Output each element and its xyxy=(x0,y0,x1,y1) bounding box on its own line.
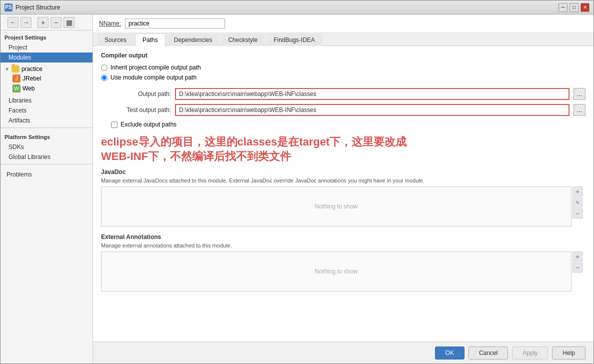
sidebar-item-modules[interactable]: Modules xyxy=(0,52,92,62)
folder-icon xyxy=(12,66,20,72)
sidebar-item-problems[interactable]: Problems xyxy=(4,170,88,180)
javadoc-remove-button[interactable]: − xyxy=(572,208,582,218)
main-content: ← → + − ▦ Project Settings Project Modul… xyxy=(0,14,594,364)
add-module-button[interactable]: + xyxy=(38,17,48,28)
sidebar-divider xyxy=(0,128,92,128)
sidebar-item-sdks[interactable]: SDKs xyxy=(0,142,92,152)
nav-arrows: ← → xyxy=(4,15,36,30)
sidebar-toolbar: ← → + − ▦ xyxy=(0,14,92,30)
radio-row-inherit: Inherit project compile output path xyxy=(101,64,586,71)
name-row: NName: xyxy=(93,14,594,33)
forward-button[interactable]: → xyxy=(20,17,32,28)
name-input[interactable] xyxy=(125,18,225,28)
test-output-path-input[interactable] xyxy=(175,104,570,116)
maximize-button[interactable]: □ xyxy=(570,3,578,12)
javadoc-list-panel: Nothing to show xyxy=(101,186,572,226)
sidebar-nav: Project Settings Project Modules ▼ pract… xyxy=(0,30,92,364)
output-path-label: Output path: xyxy=(111,90,171,98)
javadoc-desc: Manage external JavaDocs attached to thi… xyxy=(101,178,586,184)
sidebar-item-facets[interactable]: Facets xyxy=(0,106,92,116)
apply-button[interactable]: Apply xyxy=(512,346,548,360)
javadoc-add-button[interactable]: + xyxy=(572,186,582,196)
ext-annotations-add-button[interactable]: + xyxy=(572,252,582,262)
main-panel: NName: Sources Paths Dependencies Checks… xyxy=(93,14,594,364)
close-button[interactable]: ✕ xyxy=(580,3,590,12)
ext-annotations-side-buttons: + − xyxy=(572,252,582,272)
ok-button[interactable]: OK xyxy=(435,346,464,360)
name-label: NName: xyxy=(99,20,121,27)
compiler-output-title: Compiler output xyxy=(101,52,586,59)
output-path-input[interactable] xyxy=(175,88,570,100)
radio-row-module: Use module compile output path xyxy=(101,74,586,81)
output-path-row: Output path: … xyxy=(111,88,586,100)
module-child-web[interactable]: W Web xyxy=(0,84,92,94)
sidebar-item-project[interactable]: Project xyxy=(0,42,92,52)
tab-sources[interactable]: Sources xyxy=(97,34,134,46)
javadoc-title: JavaDoc xyxy=(101,168,586,176)
radio-use-module[interactable] xyxy=(101,74,108,81)
rebel-icon: J xyxy=(12,74,20,82)
path-rows: Output path: … Test output path: … xyxy=(111,88,586,116)
test-output-path-wrapper xyxy=(175,104,570,116)
sidebar: ← → + − ▦ Project Settings Project Modul… xyxy=(0,14,93,364)
title-bar-left: PS Project Structure xyxy=(4,4,60,12)
javadoc-section: JavaDoc Manage external JavaDocs attache… xyxy=(101,168,586,226)
project-structure-window: PS Project Structure ─ □ ✕ ← → + − ▦ xyxy=(0,0,594,364)
bottom-bar: OK Cancel Apply Help xyxy=(93,342,594,364)
test-output-path-browse-button[interactable]: … xyxy=(574,104,586,116)
cancel-button[interactable]: Cancel xyxy=(468,346,508,360)
ext-annotations-remove-button[interactable]: − xyxy=(572,262,582,272)
platform-settings-label: Platform Settings xyxy=(0,130,92,142)
copy-module-button[interactable]: ▦ xyxy=(64,17,74,28)
output-path-wrapper xyxy=(175,88,570,100)
back-button[interactable]: ← xyxy=(8,17,18,28)
tab-checkstyle[interactable]: Checkstyle xyxy=(220,34,265,46)
exclude-output-row: Exclude output paths xyxy=(111,121,586,128)
ext-annotations-list-panel: Nothing to show xyxy=(101,252,572,292)
ext-annotations-section: External Annotations Manage external ann… xyxy=(101,234,586,292)
tab-paths[interactable]: Paths xyxy=(135,34,166,46)
app-icon: PS xyxy=(4,4,12,12)
output-path-browse-button[interactable]: … xyxy=(574,88,586,100)
project-settings-label: Project Settings xyxy=(0,30,92,42)
tab-findbugs[interactable]: FindBugs-IDEA xyxy=(266,34,322,46)
web-icon: W xyxy=(12,84,20,92)
tab-dependencies[interactable]: Dependencies xyxy=(166,34,220,46)
javadoc-edit-button[interactable]: ✎ xyxy=(572,198,582,208)
ext-annotations-desc: Manage external annotations attached to … xyxy=(101,242,586,248)
ext-annotations-empty-label: Nothing to show xyxy=(314,268,358,275)
test-output-path-row: Test output path: … xyxy=(111,104,586,116)
exclude-output-checkbox[interactable] xyxy=(111,122,118,128)
title-controls: ─ □ ✕ xyxy=(558,3,590,12)
sidebar-item-libraries[interactable]: Libraries xyxy=(0,96,92,106)
radio-inherit[interactable] xyxy=(101,64,108,71)
sidebar-item-artifacts[interactable]: Artifacts xyxy=(0,116,92,126)
annotation-overlay: eclipse导入的项目，这里的classes是在target下，这里要改成 W… xyxy=(101,135,586,164)
remove-module-button[interactable]: − xyxy=(50,17,62,28)
window-title: Project Structure xyxy=(16,4,60,11)
javadoc-empty-label: Nothing to show xyxy=(314,203,358,210)
sidebar-item-global-libraries[interactable]: Global Libraries xyxy=(0,152,92,162)
sidebar-divider-2 xyxy=(0,164,92,164)
minimize-button[interactable]: ─ xyxy=(558,3,568,12)
module-tree: ▼ practice J JRebel W Web xyxy=(0,62,92,96)
paths-tab-content: Compiler output Inherit project compile … xyxy=(93,46,594,342)
title-bar: PS Project Structure ─ □ ✕ xyxy=(0,0,594,14)
ext-annotations-title: External Annotations xyxy=(101,234,586,240)
radio-group: Inherit project compile output path Use … xyxy=(101,64,586,81)
test-output-path-label: Test output path: xyxy=(111,106,171,114)
tabs-bar: Sources Paths Dependencies Checkstyle Fi… xyxy=(93,33,594,46)
javadoc-side-buttons: + ✎ − xyxy=(572,186,582,218)
module-root-practice[interactable]: ▼ practice xyxy=(0,64,92,74)
help-button[interactable]: Help xyxy=(552,346,586,360)
sidebar-bottom: Problems xyxy=(0,166,92,182)
module-child-jrebel[interactable]: J JRebel xyxy=(0,74,92,84)
